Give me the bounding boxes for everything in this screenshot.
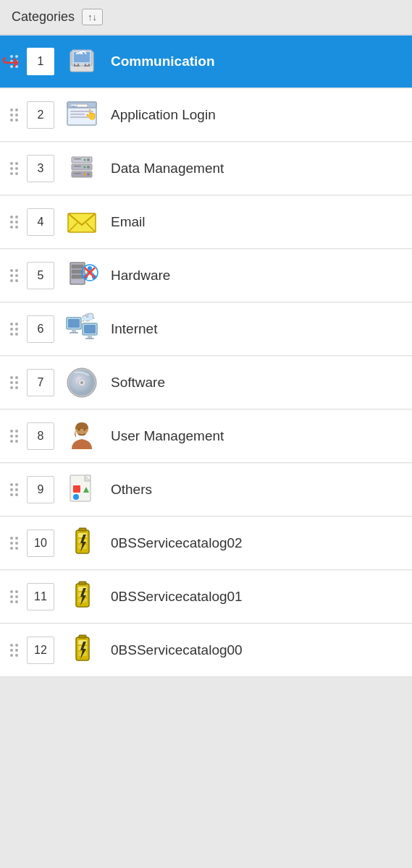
drag-handle[interactable] [6,266,22,285]
svg-rect-65 [73,485,80,493]
hardware-icon [63,257,101,294]
item-label: Application Login [111,107,216,123]
svg-rect-15 [70,114,85,115]
others-icon [63,471,101,509]
list-item[interactable]: 8 User Management [0,410,412,463]
svg-text:http://: http:// [71,105,77,108]
item-label: Software [111,375,165,391]
svg-rect-69 [79,528,86,531]
list-item[interactable]: 9 Others [0,464,412,516]
catalog-icon [63,524,101,562]
list-item[interactable]: 11 0BSServicecatalog01 [0,571,412,624]
svg-rect-81 [79,635,86,638]
svg-rect-45 [68,319,80,328]
page-title: Categories [12,9,75,25]
index-badge: 7 [27,369,54,396]
svg-point-24 [84,166,86,169]
item-label: Communication [111,54,215,69]
list-item[interactable]: 2 http:// 👆 Application Login [0,89,412,142]
drag-handle[interactable] [6,373,22,392]
list-item[interactable]: 4 Email [0,196,412,249]
index-badge: 2 [27,101,54,129]
page-header: Categories ↑↓ [0,0,412,35]
index-badge: 3 [27,155,54,182]
categories-list: ↩1 Communication 2 [0,35,412,677]
drag-handle[interactable] [6,213,22,231]
drag-handle[interactable] [6,159,22,178]
item-label: 0BSServicecatalog02 [111,535,243,551]
sort-button[interactable]: ↑↓ [82,9,103,25]
svg-point-61 [78,429,80,431]
svg-point-67 [73,494,79,500]
index-badge: 6 [27,315,54,343]
svg-rect-47 [70,332,78,333]
svg-rect-51 [85,338,94,339]
drag-handle[interactable] [6,587,22,606]
svg-rect-16 [70,116,89,118]
list-item[interactable]: 10 0BSServicecatalog02 [0,517,412,570]
svg-rect-7 [83,64,85,65]
list-item[interactable]: 7 Software [0,357,412,409]
svg-point-37 [88,266,92,271]
index-badge: 8 [27,422,54,450]
item-label: Data Management [111,161,224,176]
list-item[interactable]: 5 Hardware [0,250,412,302]
list-item[interactable]: ↩1 Communication [0,35,412,88]
communication-icon [63,43,101,80]
user-management-icon [63,417,101,455]
data-management-icon [63,150,101,187]
item-label: User Management [111,428,224,444]
svg-rect-33 [72,265,83,268]
list-item[interactable]: 6 Internet [0,303,412,356]
index-badge: 11 [27,583,54,610]
svg-text:👆: 👆 [85,109,98,121]
item-label: Hardware [111,268,170,284]
svg-rect-50 [88,335,92,338]
svg-rect-27 [74,166,81,167]
svg-rect-5 [75,64,77,65]
catalog-icon [63,631,101,669]
drag-handle[interactable] [6,641,22,660]
svg-point-62 [84,429,86,431]
drag-handle[interactable] [6,480,22,499]
index-badge: 10 [27,529,54,557]
item-label: Internet [111,321,157,337]
svg-point-22 [87,173,90,176]
index-badge: 1 [27,48,54,75]
item-label: Email [111,214,146,230]
index-badge: 5 [27,262,54,289]
internet-icon [63,310,101,348]
svg-rect-49 [84,325,96,333]
item-label: 0BSServicecatalog00 [111,642,243,658]
list-item[interactable]: 12 0BSServicecatalog00 [0,624,412,677]
software-icon [63,364,101,401]
svg-rect-8 [86,64,88,65]
svg-point-59 [80,381,83,384]
catalog-icon [63,578,101,616]
svg-rect-75 [79,582,86,584]
svg-rect-6 [79,64,81,65]
email-icon [63,203,101,241]
svg-rect-46 [72,329,76,332]
drag-handle[interactable] [6,320,22,339]
item-label: Others [111,482,152,498]
svg-point-25 [84,174,86,176]
item-label: 0BSServicecatalog01 [111,589,243,605]
drag-handle[interactable] [6,534,22,553]
index-badge: 9 [27,476,54,503]
svg-point-23 [84,159,86,161]
svg-rect-35 [72,275,83,278]
drag-handle[interactable] [6,52,22,71]
svg-point-20 [87,158,90,161]
drag-handle[interactable] [6,427,22,446]
svg-rect-14 [70,111,93,112]
index-badge: 12 [27,637,54,664]
index-badge: 4 [27,208,54,236]
svg-rect-55 [83,318,93,320]
application-login-icon: http:// 👆 [63,96,101,134]
svg-rect-28 [74,173,81,174]
drag-handle[interactable] [6,106,22,124]
svg-point-21 [87,166,90,169]
list-item[interactable]: 3 Data Management [0,142,412,195]
svg-rect-26 [74,158,81,160]
